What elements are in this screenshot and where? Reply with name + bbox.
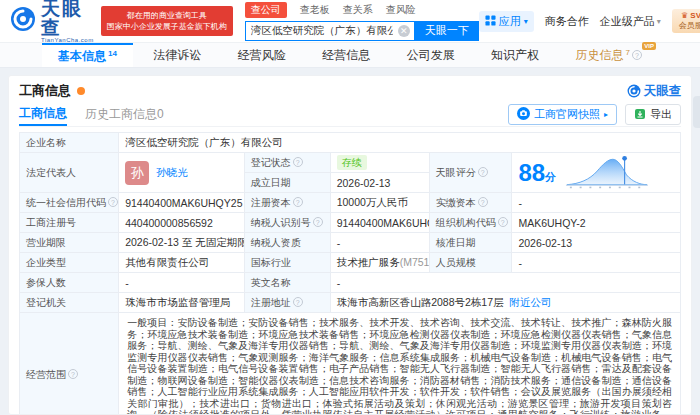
reg-capital-label: 注册资本?: [244, 193, 330, 213]
chevron-down-icon: ▾: [657, 17, 661, 26]
taxpayer-quality-value: -: [330, 233, 429, 253]
info-icon[interactable]: ?: [293, 197, 303, 207]
table-row: 法定代表人 孙 孙晓光 登记状态? 存续 天眼评分? 88分: [20, 153, 681, 173]
company-type-value: 其他有限责任公司: [119, 253, 245, 273]
side-float-widget[interactable]: [693, 96, 700, 128]
business-scope-label: 经营范围?: [20, 313, 119, 415]
tab-history-info[interactable]: 历史信息7? VIP: [560, 43, 658, 67]
camera-icon: [517, 107, 530, 122]
approval-date-label: 核准日期: [429, 233, 512, 253]
avatar[interactable]: 孙: [125, 161, 149, 185]
paid-capital-label: 实缴资本?: [429, 193, 512, 213]
org-code-value: MAK6UHQY-2: [512, 213, 681, 233]
company-tab-bar: 基本信息14 法律诉讼 经营风险 经营信息 公司发展 知识产权 历史信息7? V…: [0, 42, 700, 68]
reg-number-label: 工商注册号: [20, 213, 119, 233]
subtab-business-info[interactable]: 工商信息: [19, 103, 67, 126]
paid-capital-value: -: [512, 193, 681, 213]
snapshot-button[interactable]: 工商官网快照▸: [508, 104, 617, 125]
reg-status-label: 登记状态?: [244, 153, 330, 173]
search-tab-relation[interactable]: 查关系: [343, 3, 373, 17]
search-tab-risk[interactable]: 查风险: [386, 3, 416, 17]
search-tab-boss[interactable]: 查老板: [300, 3, 330, 17]
business-info-table: 企业名称 湾区低空研究院（广东）有限公司 法定代表人 孙 孙晓光 登记状态? 存…: [19, 132, 681, 415]
chevron-down-icon: ▾: [524, 17, 528, 26]
taxpayer-id-value: 91440400MAK6UHQY25: [330, 213, 429, 233]
legal-rep-link[interactable]: 孙晓光: [156, 166, 188, 180]
info-icon[interactable]: ?: [108, 197, 118, 207]
table-row: 企业名称 湾区低空研究院（广东）有限公司: [20, 133, 681, 153]
tab-legal-litigation[interactable]: 法律诉讼: [137, 43, 217, 67]
info-icon[interactable]: ?: [313, 217, 323, 227]
table-row: 统一社会信用代码? 91440400MAK6UHQY25 注册资本? 10000…: [20, 193, 681, 213]
taxpayer-quality-label: 纳税人资质: [244, 233, 330, 253]
business-info-card: 工商信息 天眼查 工商信息 历史工商信息0 工商官网快照▸ 导出: [8, 75, 692, 415]
business-term-label: 营业期限: [20, 233, 119, 253]
info-icon: ?: [632, 50, 642, 60]
search-area: 查公司 查老板 查关系 查风险 ✕ 天眼一下: [245, 2, 479, 41]
info-icon[interactable]: ?: [293, 297, 303, 307]
company-name-label: 企业名称: [20, 133, 119, 153]
industry-value: 技术推广服务(M751) ▾: [330, 253, 429, 273]
info-icon[interactable]: ?: [478, 167, 488, 177]
info-icon[interactable]: ?: [498, 217, 508, 227]
tab-company-development[interactable]: 公司发展: [391, 43, 471, 67]
info-icon[interactable]: ?: [478, 197, 488, 207]
search-tab-company[interactable]: 查公司: [245, 2, 287, 18]
reg-status-value: 存续: [330, 153, 429, 173]
clear-icon[interactable]: ✕: [398, 25, 410, 37]
nav-enterprise-products[interactable]: 企业级产品▾: [600, 14, 661, 29]
tianyancha-logo[interactable]: 天眼查 TianYanCha.com: [10, 0, 94, 43]
slogan-badge: 都在用的商业查询工具 国家中小企业发展子基金旗下机构: [101, 6, 233, 36]
chevron-right-icon: ▸: [604, 110, 608, 119]
credit-code-value: 91440400MAK6UHQY25: [119, 193, 245, 213]
table-row: 参保人数 - 英文名称 -: [20, 273, 681, 293]
table-row: 登记机关 珠海市市场监督管理局 注册地址? 珠海市高新区香山路2088号2栋17…: [20, 293, 681, 313]
search-button[interactable]: 天眼一下: [415, 21, 479, 41]
business-scope-value: 一般项目：安防设备制造；安防设备销售；技术服务、技术开发、技术咨询、技术交流、技…: [119, 313, 681, 415]
export-button[interactable]: 导出: [625, 104, 681, 125]
search-box: ✕: [245, 21, 415, 41]
info-icon[interactable]: ?: [293, 157, 303, 167]
export-icon: [634, 108, 646, 122]
search-input[interactable]: [246, 25, 398, 37]
nearby-companies-link[interactable]: 附近公司: [509, 296, 551, 308]
org-code-label: 组织机构代码?: [429, 213, 512, 233]
tianyancha-logo-icon: [10, 6, 36, 36]
reg-authority-label: 登记机关: [20, 293, 119, 313]
company-type-label: 企业类型: [20, 253, 119, 273]
insured-count-value: -: [119, 273, 245, 293]
english-name-value: -: [330, 273, 680, 293]
reg-capital-value: 10000万人民币: [330, 193, 429, 213]
subtab-history-business-info[interactable]: 历史工商信息0: [85, 103, 164, 126]
table-row: 经营范围? 一般项目：安防设备制造；安防设备销售；技术服务、技术开发、技术咨询、…: [20, 313, 681, 415]
tab-intellectual-property[interactable]: 知识产权: [475, 43, 555, 67]
staff-size-value: -: [512, 253, 681, 273]
taxpayer-id-label: 纳税人识别号?: [244, 213, 330, 233]
score-distribution-chart: [564, 154, 650, 192]
reg-authority-value: 珠海市市场监督管理局: [119, 293, 245, 313]
tab-basic-info[interactable]: 基本信息14: [42, 43, 133, 67]
reg-address-value: 珠海市高新区香山路2088号2栋17层 附近公司: [330, 293, 680, 313]
company-name-value: 湾区低空研究院（广东）有限公司: [119, 133, 681, 153]
vip-badge: VIP: [642, 42, 656, 50]
top-bar: 天眼查 TianYanCha.com 都在用的商业查询工具 国家中小企业发展子基…: [0, 0, 700, 42]
nav-cooperation[interactable]: 商务合作: [545, 14, 589, 29]
table-row: 工商注册号 440400000856592 纳税人识别号? 91440400MA…: [20, 213, 681, 233]
table-row: 企业类型 其他有限责任公司 国标行业 技术推广服务(M751) ▾ 人员规模 -: [20, 253, 681, 273]
staff-size-label: 人员规模: [429, 253, 512, 273]
apps-grid-icon: [485, 15, 496, 28]
crown-icon: ♛: [681, 11, 688, 20]
tab-operation-info[interactable]: 经营信息: [306, 43, 386, 67]
industry-label: 国标行业: [244, 253, 330, 273]
orange-dot-icon: [77, 87, 85, 95]
tyc-score-value: 88分: [512, 153, 681, 193]
reg-address-label: 注册地址?: [244, 293, 330, 313]
english-name-label: 英文名称: [244, 273, 330, 293]
svip-badge[interactable]: ♛ SVIP 会员服务: [672, 9, 700, 33]
status-badge: 存续: [337, 155, 367, 170]
info-icon[interactable]: ?: [68, 369, 78, 379]
tab-operation-risk[interactable]: 经营风险: [222, 43, 302, 67]
section-title: 工商信息: [19, 82, 71, 100]
apps-menu[interactable]: 应用▾: [479, 11, 534, 32]
est-date-label: 成立日期: [244, 173, 330, 193]
